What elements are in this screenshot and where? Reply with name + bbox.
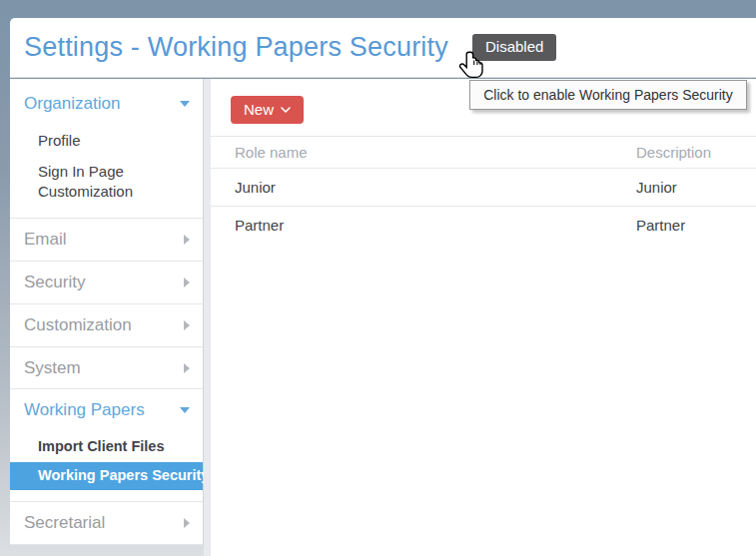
cell-role-name: Partner bbox=[211, 207, 636, 245]
chevron-right-icon bbox=[184, 320, 190, 330]
sidebar-group: OrganizationProfileSign In Page Customiz… bbox=[10, 79, 203, 218]
column-header-role-name: Role name bbox=[211, 137, 636, 169]
sidebar-subitems: Import Client FilesWorking Papers Securi… bbox=[10, 431, 203, 501]
panel-divider bbox=[204, 79, 211, 556]
page-title: Settings - Working Papers Security bbox=[24, 32, 448, 63]
table-row[interactable]: PartnerPartner bbox=[211, 207, 756, 245]
sidebar-group: Working PapersImport Client FilesWorking… bbox=[10, 388, 203, 500]
sidebar-item-organization[interactable]: Organization bbox=[10, 79, 203, 125]
sidebar-item-attorneys-trust-accounts[interactable]: Attorneys Trust Accounts bbox=[10, 545, 203, 556]
chevron-down-icon bbox=[281, 107, 291, 113]
sidebar-item-working-papers[interactable]: Working Papers bbox=[10, 389, 203, 431]
page-backdrop: { "page": { "title": "Settings - Working… bbox=[0, 0, 756, 556]
chevron-down-icon bbox=[180, 407, 190, 413]
main-content: New Role nameDescription JuniorJuniorPar… bbox=[211, 79, 756, 556]
roles-table: Role nameDescription JuniorJuniorPartner… bbox=[211, 136, 756, 244]
roles-table-body: JuniorJuniorPartnerPartner bbox=[211, 169, 756, 245]
sidebar-item-label: Customization bbox=[24, 313, 132, 337]
sidebar-group: Security bbox=[10, 261, 203, 303]
app-body: OrganizationProfileSign In Page Customiz… bbox=[10, 79, 756, 556]
chevron-right-icon bbox=[184, 518, 190, 528]
page-header: Settings - Working Papers Security Disab… bbox=[10, 18, 756, 78]
sidebar-subitems: ProfileSign In Page Customization bbox=[10, 125, 203, 219]
sidebar-item-security[interactable]: Security bbox=[10, 262, 203, 303]
tooltip-text: Click to enable Working Papers Security bbox=[483, 87, 733, 103]
new-button[interactable]: New bbox=[231, 96, 304, 124]
sidebar-item-label: Working Papers bbox=[24, 398, 145, 422]
table-row[interactable]: JuniorJunior bbox=[211, 169, 756, 207]
sidebar-item-system[interactable]: System bbox=[10, 347, 203, 389]
sidebar-group: Email bbox=[10, 218, 203, 261]
sidebar-item-label: Security bbox=[24, 271, 85, 294]
cell-description: Junior bbox=[636, 169, 756, 207]
chevron-down-icon bbox=[180, 101, 190, 107]
roles-table-header: Role nameDescription bbox=[211, 137, 756, 169]
sidebar-item-profile[interactable]: Profile bbox=[10, 125, 203, 157]
sidebar-item-email[interactable]: Email bbox=[10, 219, 203, 261]
sidebar-item-customization[interactable]: Customization bbox=[10, 304, 203, 346]
cell-role-name: Junior bbox=[211, 169, 636, 207]
security-status-toggle-button[interactable]: Disabled bbox=[472, 34, 556, 61]
column-header-description: Description bbox=[636, 137, 756, 169]
chevron-right-icon bbox=[184, 235, 190, 245]
sidebar-item-secretarial[interactable]: Secretarial bbox=[10, 502, 203, 544]
sidebar-item-working-papers-security[interactable]: Working Papers Security bbox=[10, 462, 203, 490]
sidebar-group: Attorneys Trust Accounts bbox=[10, 544, 203, 556]
sidebar-group: Customization bbox=[10, 303, 203, 346]
cell-description: Partner bbox=[636, 207, 756, 245]
sidebar-item-import-client-files[interactable]: Import Client Files bbox=[10, 431, 203, 462]
new-button-label: New bbox=[244, 101, 274, 118]
sidebar-group: System bbox=[10, 346, 203, 389]
sidebar-item-label: Email bbox=[24, 228, 67, 252]
sidebar-item-sign-in-page-customization[interactable]: Sign In Page Customization bbox=[10, 156, 203, 207]
sidebar: OrganizationProfileSign In Page Customiz… bbox=[10, 79, 204, 545]
sidebar-group: Secretarial bbox=[10, 501, 203, 544]
sidebar-item-label: System bbox=[24, 356, 81, 380]
sidebar-item-label: Secretarial bbox=[24, 511, 105, 535]
chevron-right-icon bbox=[184, 278, 190, 287]
tooltip: Click to enable Working Papers Security bbox=[469, 80, 747, 110]
sidebar-item-label: Organization bbox=[24, 92, 120, 116]
chevron-right-icon bbox=[184, 363, 190, 373]
